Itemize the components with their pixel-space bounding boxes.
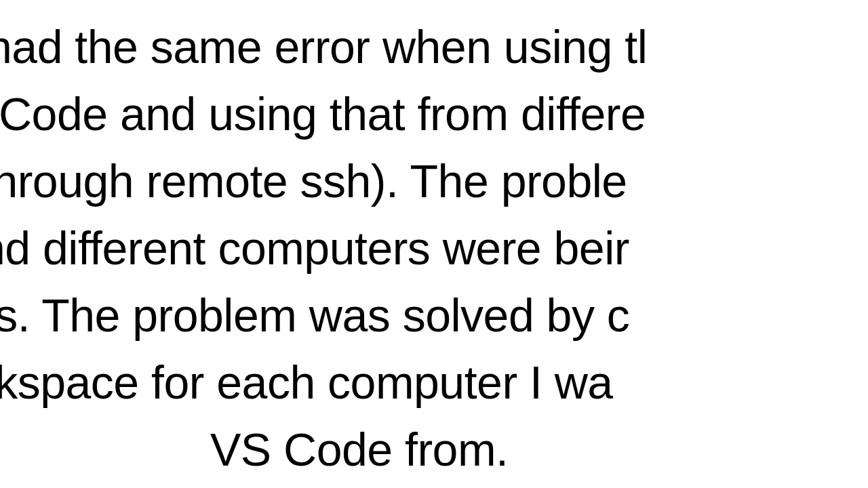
text-line-4: nd different computers were beir (0, 215, 629, 282)
text-line-3: through remote ssh). The proble (0, 148, 627, 215)
text-line-1: nad the same error when using tl (0, 14, 647, 81)
text-line-5: rs. The problem was solved by c (0, 282, 629, 349)
text-line-7: VS Code from. (210, 416, 508, 483)
text-line-6: rkspace for each computer I wa (0, 349, 613, 416)
text-line-2: Code and using that from differe (0, 81, 646, 148)
